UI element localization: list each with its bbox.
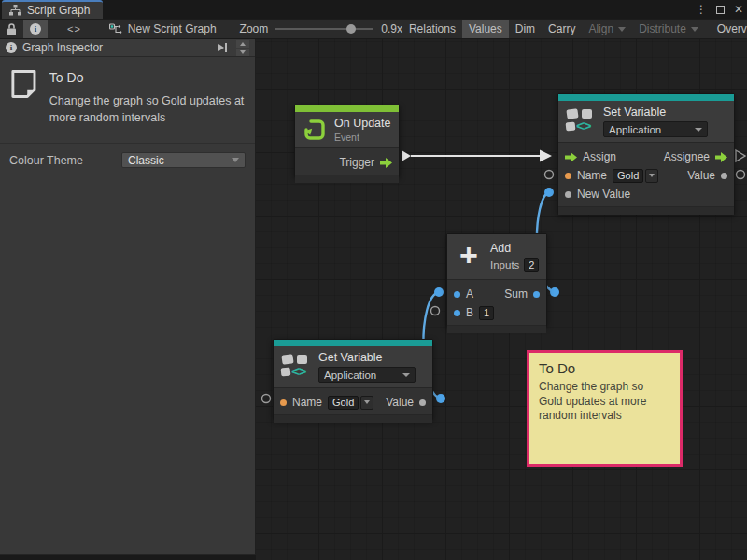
dim-button[interactable]: Dim [509,19,542,39]
maximize-icon[interactable] [716,6,725,14]
variable-kind-dropdown[interactable]: Application [603,121,708,137]
chevron-down-icon [618,27,626,32]
tab-script-graph[interactable]: Script Graph [2,0,103,19]
chevron-down-icon [695,128,702,132]
add-sum-out-connector[interactable] [550,287,559,297]
code-preview-button[interactable]: <> [61,19,88,39]
value-port-icon[interactable] [419,399,426,406]
number-port-icon[interactable] [533,291,540,298]
sticky-note-icon [9,68,38,100]
port-label: A [466,287,473,301]
port-label: New Value [577,188,630,201]
port-row-assign-assignee[interactable]: Assign Assignee [558,147,734,166]
inspector-toggle-button[interactable]: i [23,19,48,39]
string-port-icon[interactable] [280,399,287,406]
port-label: Value [386,396,414,409]
lock-icon [7,23,17,35]
add-plus-icon: + [455,243,483,271]
todo-summary: To Do Change the graph so Gold updates a… [0,57,255,135]
chevron-down-icon [402,373,410,377]
port-row-name-value[interactable]: Name Gold Value [558,166,734,185]
string-port-icon[interactable] [565,173,571,179]
scroll-down-button[interactable] [236,49,249,56]
newvalue-in-connector[interactable] [544,188,554,197]
lock-button[interactable] [0,19,23,39]
zoom-slider[interactable] [275,24,374,34]
chevron-down-icon [360,396,374,410]
port-row-trigger[interactable]: Trigger [295,153,399,172]
node-set-variable[interactable]: <> Set Variable Application Assign [557,93,735,215]
todo-description: Change the graph so Gold updates at more… [49,92,246,126]
number-port-icon[interactable] [454,291,460,298]
port-row-a-sum[interactable]: A Sum [447,285,546,303]
chevron-down-icon [691,27,698,32]
inputs-count-field[interactable]: 2 [524,258,539,272]
set-name-in-port[interactable] [545,171,554,179]
colour-theme-row: Colour Theme Classic [0,144,255,176]
node-graph-icon [109,23,122,35]
graph-inspector-title: Graph Inspector [22,41,103,54]
todo-title: To Do [49,70,246,85]
node-on-update[interactable]: On Update Event Trigger [294,105,400,177]
get-value-out-connector[interactable] [436,394,445,403]
node-title: Get Variable [318,351,416,364]
value-port-icon[interactable] [565,191,571,198]
port-label: Sum [504,287,528,301]
port-label: Assign [583,150,616,163]
flow-arrow-icon [380,158,392,168]
info-icon: i [6,42,17,53]
add-b-in-port[interactable] [431,307,440,315]
sticky-note[interactable]: To Do Change the graph so Gold updates a… [527,350,683,467]
new-script-graph-button[interactable]: New Script Graph [103,19,223,39]
port-label: Name [577,169,607,182]
colour-theme-select[interactable]: Classic [121,152,246,168]
port-row-new-value[interactable]: New Value [558,185,734,203]
close-icon[interactable]: ✕ [734,3,743,16]
inputs-label: Inputs [490,259,519,271]
align-dropdown[interactable]: Align [582,19,632,39]
graph-inspector-header: i Graph Inspector [0,39,255,57]
b-value-field[interactable]: 1 [479,306,494,320]
zoom-label: Zoom [240,22,269,35]
graph-toolbar: i <> New Script Graph Zoom 0.9x Re [0,19,747,39]
flow-arrow-icon [565,152,577,162]
distribute-dropdown[interactable]: Distribute [632,19,705,39]
chevron-down-icon [232,158,239,162]
variable-name-dropdown[interactable]: Gold [328,396,374,410]
port-label: Value [687,169,715,182]
variables-icon: <> [566,108,596,134]
number-port-icon[interactable] [454,310,460,316]
value-port-icon[interactable] [721,173,727,179]
node-title: Set Variable [603,105,708,119]
window-menu-icon[interactable]: ⋮ [696,3,707,16]
port-row-b[interactable]: B 1 [447,303,546,322]
code-icon: <> [67,23,81,35]
flow-arrow-icon [715,152,727,162]
trigger-out-connector[interactable] [402,150,411,161]
graph-canvas[interactable]: On Update Event Trigger <> [256,39,747,560]
assignee-out-port[interactable] [736,150,745,161]
zoom-slider-handle[interactable] [346,24,356,34]
get-name-in-port[interactable] [262,395,271,403]
node-title: On Update [334,117,390,130]
assign-in-arrowhead [540,150,552,162]
set-value-out-port[interactable] [737,171,745,179]
node-color-bar [558,94,734,101]
panel-scroll-buttons [236,40,249,56]
node-add[interactable]: + Add Inputs 2 A Sum [446,233,547,327]
port-row-name-value[interactable]: Name Gold Value [274,393,432,412]
graph-icon [9,5,21,16]
values-button[interactable]: Values [462,19,509,39]
variable-kind-dropdown[interactable]: Application [318,367,416,383]
node-get-variable[interactable]: <> Get Variable Application Name Gold [273,339,433,420]
colour-theme-value: Classic [128,154,164,167]
tab-bar: Script Graph ⋮ ✕ [0,0,747,19]
dock-panel-icon[interactable] [218,43,227,52]
carry-button[interactable]: Carry [542,19,582,39]
relations-button[interactable]: Relations [402,19,462,39]
add-a-in-connector[interactable] [434,287,444,297]
node-title: Add [490,242,539,255]
scroll-up-button[interactable] [236,40,249,48]
variable-name-dropdown[interactable]: Gold [613,169,658,183]
overview-button[interactable]: Overview [711,19,747,39]
